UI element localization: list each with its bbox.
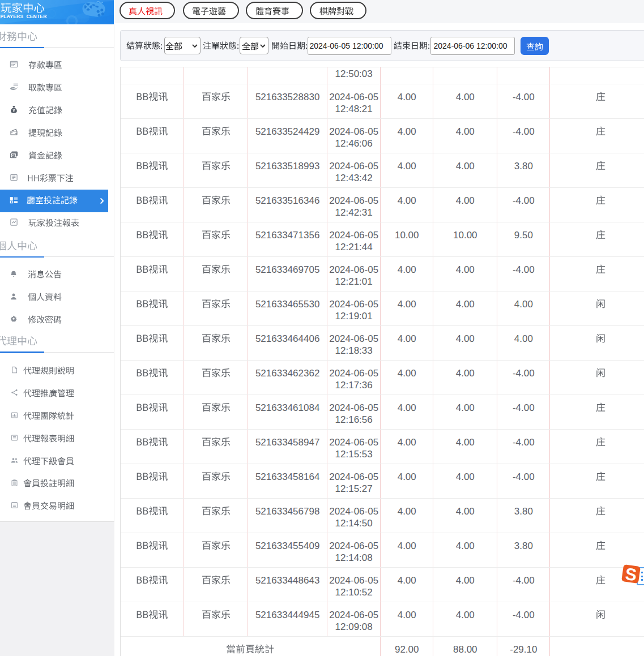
svg-text:S: S xyxy=(624,564,637,584)
